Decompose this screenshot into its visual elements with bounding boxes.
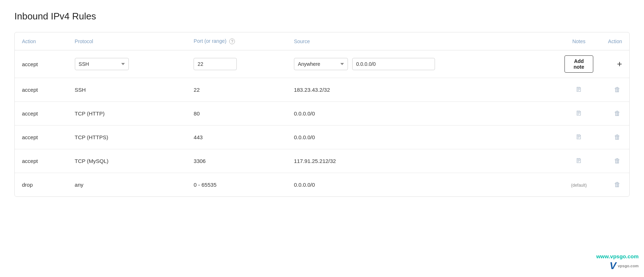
header-action-col: Action bbox=[600, 32, 629, 50]
delete-rule-button[interactable]: 🗑 bbox=[613, 180, 622, 190]
note-icon: 🖹 bbox=[576, 86, 582, 94]
row-delete-cell: 🗑 bbox=[600, 149, 629, 173]
row-source: 0.0.0.0/0 bbox=[287, 102, 557, 126]
delete-rule-button[interactable]: 🗑 bbox=[613, 132, 622, 142]
table-row: accept SSH 22 183.23.43.2/32 🖹 🗑 bbox=[15, 78, 629, 102]
note-icon-button[interactable]: 🖹 bbox=[574, 132, 584, 142]
header-source: Source bbox=[287, 32, 557, 50]
protocol-select[interactable]: SSH TCP (HTTP) TCP (HTTPS) TCP (MySQL) U… bbox=[75, 58, 129, 70]
row-protocol: SSH bbox=[68, 78, 187, 102]
row-action: drop bbox=[15, 173, 68, 197]
source-ip-input[interactable] bbox=[352, 58, 435, 70]
trash-icon: 🗑 bbox=[614, 157, 621, 165]
default-label: (default) bbox=[571, 183, 587, 188]
row-notes: 🖹 bbox=[557, 149, 600, 173]
row-protocol: TCP (HTTP) bbox=[68, 102, 187, 126]
trash-icon: 🗑 bbox=[614, 133, 621, 141]
rules-table: Action Protocol Port (or range) ? Source… bbox=[15, 32, 629, 196]
row-notes: 🖹 bbox=[557, 126, 600, 149]
table-row: accept TCP (HTTP) 80 0.0.0.0/0 🖹 🗑 bbox=[15, 102, 629, 126]
row-delete-cell: 🗑 bbox=[600, 102, 629, 126]
row-action: accept bbox=[15, 78, 68, 102]
header-notes: Notes bbox=[557, 32, 600, 50]
new-rule-action-cell: accept bbox=[15, 50, 68, 78]
note-icon-button[interactable]: 🖹 bbox=[574, 85, 584, 95]
row-action: accept bbox=[15, 102, 68, 126]
new-rule-row: accept SSH TCP (HTTP) TCP (HTTPS) TCP (M… bbox=[15, 50, 629, 78]
row-notes-default: (default) bbox=[557, 173, 600, 197]
delete-rule-button[interactable]: 🗑 bbox=[613, 156, 622, 166]
row-delete-cell: 🗑 bbox=[600, 78, 629, 102]
page-title: Inbound IPv4 Rules bbox=[14, 11, 630, 22]
delete-rule-button[interactable]: 🗑 bbox=[613, 108, 622, 119]
new-rule-source-cell: Anywhere Custom bbox=[287, 50, 557, 78]
table-row: accept TCP (HTTPS) 443 0.0.0.0/0 🖹 🗑 bbox=[15, 126, 629, 149]
new-rule-port-cell bbox=[186, 50, 287, 78]
row-port: 0 - 65535 bbox=[186, 173, 287, 197]
trash-icon: 🗑 bbox=[614, 181, 621, 189]
note-icon: 🖹 bbox=[576, 157, 582, 165]
header-protocol: Protocol bbox=[68, 32, 187, 50]
table-row: drop any 0 - 65535 0.0.0.0/0 (default) 🗑 bbox=[15, 173, 629, 197]
note-icon: 🖹 bbox=[576, 110, 582, 117]
header-port: Port (or range) ? bbox=[186, 32, 287, 50]
source-select[interactable]: Anywhere Custom bbox=[294, 58, 348, 70]
rules-table-container: Action Protocol Port (or range) ? Source… bbox=[14, 32, 630, 197]
row-protocol: any bbox=[68, 173, 187, 197]
row-source: 117.91.25.212/32 bbox=[287, 149, 557, 173]
port-input[interactable] bbox=[194, 58, 237, 70]
row-source: 0.0.0.0/0 bbox=[287, 173, 557, 197]
row-port: 80 bbox=[186, 102, 287, 126]
row-port: 22 bbox=[186, 78, 287, 102]
new-rule-protocol-cell: SSH TCP (HTTP) TCP (HTTPS) TCP (MySQL) U… bbox=[68, 50, 187, 78]
trash-icon: 🗑 bbox=[614, 86, 621, 94]
table-header-row: Action Protocol Port (or range) ? Source… bbox=[15, 32, 629, 50]
row-source: 183.23.43.2/32 bbox=[287, 78, 557, 102]
port-help-icon[interactable]: ? bbox=[229, 38, 235, 44]
row-protocol: TCP (HTTPS) bbox=[68, 126, 187, 149]
source-cell: Anywhere Custom bbox=[294, 58, 550, 70]
row-notes: 🖹 bbox=[557, 102, 600, 126]
note-icon: 🖹 bbox=[576, 133, 582, 141]
row-action: accept bbox=[15, 149, 68, 173]
new-rule-notes-cell: Add note bbox=[557, 50, 600, 78]
delete-rule-button[interactable]: 🗑 bbox=[613, 85, 622, 95]
row-notes: 🖹 bbox=[557, 78, 600, 102]
note-icon-button[interactable]: 🖹 bbox=[574, 108, 584, 119]
table-row: accept TCP (MySQL) 3306 117.91.25.212/32… bbox=[15, 149, 629, 173]
note-icon-button[interactable]: 🖹 bbox=[574, 156, 584, 166]
trash-icon: 🗑 bbox=[614, 110, 621, 117]
row-delete-cell: 🗑 bbox=[600, 173, 629, 197]
add-rule-button[interactable]: + bbox=[617, 60, 622, 68]
new-rule-add-cell: + bbox=[600, 50, 629, 78]
row-source: 0.0.0.0/0 bbox=[287, 126, 557, 149]
row-protocol: TCP (MySQL) bbox=[68, 149, 187, 173]
add-note-button[interactable]: Add note bbox=[564, 55, 593, 73]
new-rule-action-label: accept bbox=[22, 61, 38, 67]
header-port-label: Port (or range) bbox=[194, 38, 226, 44]
row-port: 443 bbox=[186, 126, 287, 149]
row-delete-cell: 🗑 bbox=[600, 126, 629, 149]
row-action: accept bbox=[15, 126, 68, 149]
header-action: Action bbox=[15, 32, 68, 50]
row-port: 3306 bbox=[186, 149, 287, 173]
